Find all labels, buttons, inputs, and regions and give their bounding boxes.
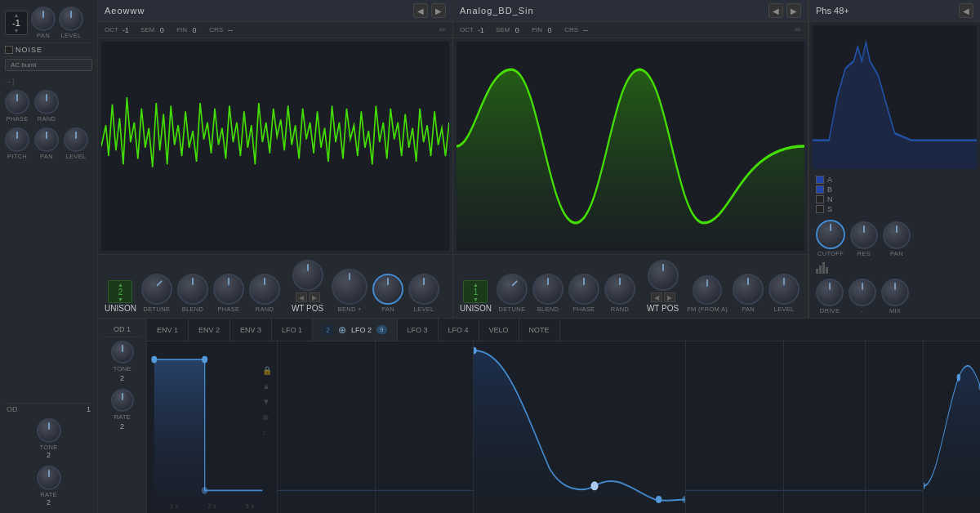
osc2-wt-left[interactable]: ◀ <box>651 292 662 302</box>
tab-env1[interactable]: ENV 1 <box>147 319 189 341</box>
osc2-blend[interactable]: BLEND <box>532 274 564 313</box>
env2-panel <box>278 341 376 513</box>
mod-left: OD 1 TONE 2 RATE 2 <box>98 319 147 513</box>
osc1-unison-spinner[interactable]: ▲ 2 ▼ <box>108 280 132 303</box>
env1-time-labels: 1 s 2 s 3 s <box>147 502 277 510</box>
tab-lfo2[interactable]: 2 ⊕ LFO 2 9 <box>313 319 397 341</box>
osc1-level[interactable]: LEVEL <box>408 274 439 313</box>
osc1-oct: OCT -1 <box>105 26 131 34</box>
filter-minus[interactable]: - <box>849 279 876 314</box>
osc1-blend[interactable]: BLEND <box>177 274 208 313</box>
osc1-detune[interactable]: DETUNE <box>141 274 172 313</box>
osc2-waveform <box>457 42 804 251</box>
level-knob-bottom[interactable]: LEVEL <box>64 127 88 160</box>
abns-a-row: A <box>816 176 973 184</box>
osc2-unison-spinner[interactable]: ▲ 1 ▼ <box>463 280 488 303</box>
zoom-tool[interactable]: ⊕ <box>262 413 272 422</box>
lfo2-badge: 9 <box>376 325 386 334</box>
tone-mod-value: 2 <box>120 374 124 382</box>
osc2-next[interactable]: ▶ <box>786 3 801 18</box>
osc1-edit-icon[interactable]: ✏ <box>439 25 446 34</box>
rate-mod-knob[interactable] <box>111 389 134 412</box>
noise-type-btn[interactable]: AC burnt <box>5 59 92 71</box>
osc2-level[interactable]: LEVEL <box>768 274 800 313</box>
lock-icon[interactable]: 🔒 <box>262 366 272 375</box>
osc1-bend[interactable]: BEND + <box>332 269 368 313</box>
abns-n-check[interactable] <box>816 195 824 203</box>
osc2-fm[interactable]: FM (FROM A) <box>687 275 728 313</box>
filter-pan-top[interactable]: PAN <box>883 221 911 257</box>
tab-note[interactable]: NOTE <box>519 319 560 341</box>
abns-s-row: S <box>816 205 973 213</box>
pitch-knob[interactable]: PITCH <box>5 127 29 160</box>
osc1-phase[interactable]: PHASE <box>213 274 244 313</box>
lfo3-panel <box>686 341 784 513</box>
osc1-wt-arrows: ◀ ▶ <box>296 292 320 302</box>
filter-res[interactable]: RES <box>850 221 878 257</box>
osc1-fin: FIN 0 <box>176 26 199 34</box>
filter-prev[interactable]: ◀ <box>959 3 973 18</box>
osc1-nav: ◀ ▶ <box>413 3 446 18</box>
osc2-detune[interactable]: DETUNE <box>497 274 528 313</box>
tab-velo[interactable]: VELO <box>479 319 519 341</box>
osc1-pan[interactable]: PAN <box>372 274 403 313</box>
phase-knob-left[interactable]: PHASE <box>5 90 29 123</box>
filter-cutoff[interactable]: CUTOFF <box>816 220 845 257</box>
osc2-wt-right[interactable]: ▶ <box>664 292 675 302</box>
osc1-wt-left[interactable]: ◀ <box>296 292 307 302</box>
rate-mod-label: RATE <box>114 413 131 421</box>
osc1-controls: ▲ 2 ▼ UNISON DETUNE BLEND <box>98 254 452 318</box>
osc1-prev[interactable]: ◀ <box>413 3 428 18</box>
osc2-wt-arrows: ◀ ▶ <box>651 292 675 302</box>
pan-knob-bottom[interactable]: PAN <box>34 127 59 160</box>
abns-s-check[interactable] <box>816 205 824 213</box>
abns-b-label: B <box>827 185 839 194</box>
arrow-row: →| <box>3 75 94 88</box>
rate-mod-row: RATE 2 <box>101 386 143 434</box>
osc2-wtpos-group: ◀ ▶ WT POS <box>647 260 679 313</box>
tone-mod-knob[interactable] <box>111 341 134 364</box>
up-tool[interactable]: ▲ <box>262 381 272 390</box>
noise-checkbox[interactable] <box>5 46 13 54</box>
osc2-prev[interactable]: ◀ <box>768 3 783 18</box>
pan-knob[interactable]: PAN <box>31 7 56 39</box>
down-tool[interactable]: ▼ <box>262 397 272 406</box>
rate-knob[interactable]: RATE <box>5 466 92 498</box>
osc1-crs: CRS -- <box>209 26 235 34</box>
velo-panel <box>866 341 924 513</box>
osc1-wt-right[interactable]: ▶ <box>309 292 320 302</box>
osc2-edit-icon[interactable]: ✏ <box>795 25 801 34</box>
osc1-rand[interactable]: RAND <box>249 274 280 313</box>
tab-lfo1[interactable]: LFO 1 <box>272 319 313 341</box>
filter-drive[interactable]: DRIVE <box>816 279 844 314</box>
abns-b-check[interactable] <box>816 185 824 194</box>
osc1-panel: Aeowww ◀ ▶ OCT -1 SEM 0 <box>98 0 453 318</box>
osc2-wtpos[interactable] <box>648 260 679 291</box>
scroll-tool[interactable]: ↕ <box>262 428 272 437</box>
tab-env3[interactable]: ENV 3 <box>230 319 272 341</box>
octave-spinner[interactable]: ▲ -1 ▼ <box>5 11 28 35</box>
filter-knobs-bottom: DRIVE - MIX <box>809 275 980 318</box>
tab-lfo3[interactable]: LFO 3 <box>398 319 439 341</box>
osc1-next[interactable]: ▶ <box>431 3 446 18</box>
filter-panel: Phs 48+ ◀ A <box>808 0 980 318</box>
abns-s-label: S <box>827 205 839 213</box>
tone-mod-label: TONE <box>113 365 131 372</box>
rand-knob-left[interactable]: RAND <box>34 90 59 123</box>
osc2-rand[interactable]: RAND <box>604 274 635 313</box>
filter-mix[interactable]: MIX <box>881 279 909 314</box>
abns-n-label: N <box>827 195 839 203</box>
osc2-pan[interactable]: PAN <box>733 274 764 313</box>
noise-type[interactable]: AC burnt <box>3 57 94 75</box>
osc2-fin: FIN 0 <box>532 26 555 34</box>
tab-env2[interactable]: ENV 2 <box>189 319 230 341</box>
note-panel <box>924 341 981 513</box>
abns-b-row: B <box>816 185 973 194</box>
lfo4-svg <box>784 341 865 513</box>
level-knob[interactable]: LEVEL <box>59 7 83 39</box>
abns-a-check[interactable] <box>816 176 824 184</box>
osc2-phase[interactable]: PHASE <box>568 274 599 313</box>
osc1-wtpos[interactable] <box>292 260 323 291</box>
tab-lfo4[interactable]: LFO 4 <box>439 319 479 341</box>
tone-knob[interactable]: TONE <box>5 418 92 451</box>
